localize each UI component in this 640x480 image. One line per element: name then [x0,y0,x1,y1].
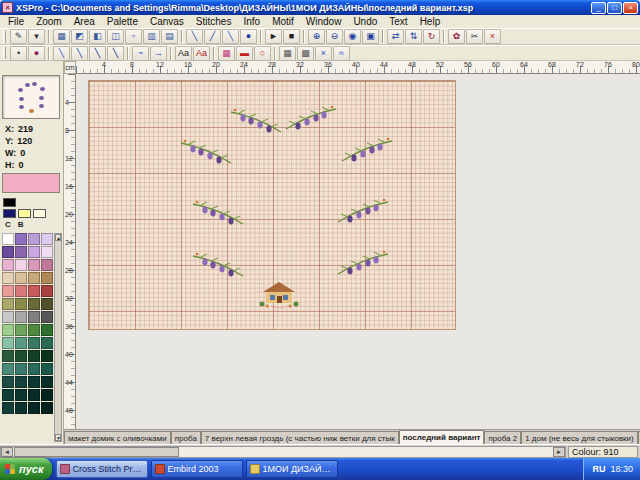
palette-swatch[interactable] [41,233,53,245]
palette-swatch[interactable] [15,363,27,375]
medium-line-icon[interactable]: ╲ [71,46,88,61]
palette-editor-icon[interactable]: ▦ [218,46,235,61]
palette-swatch[interactable] [2,259,14,271]
olive-branch-motif[interactable] [191,251,246,281]
menu-item-undo[interactable]: Undo [347,16,383,27]
palette-swatch[interactable] [2,376,14,388]
start-button[interactable]: пуск [0,458,52,480]
olive-branch-motif[interactable] [229,107,284,137]
palette-swatch[interactable] [28,259,40,271]
palette-swatch[interactable] [15,350,27,362]
palette-swatch[interactable] [28,389,40,401]
menu-item-palette[interactable]: Palette [101,16,144,27]
toolbar-grip[interactable] [3,47,6,59]
palette-swatch[interactable] [15,324,27,336]
longstitch-icon[interactable]: ╲ [222,29,239,44]
palette-swatch[interactable] [15,402,27,414]
palette-swatch[interactable] [28,337,40,349]
pattern-tab[interactable]: 7 верхн левая гроздь (с частью ниж ветки… [201,431,399,444]
pencil-tool-icon[interactable]: ✎ [10,29,27,44]
palette-swatch[interactable] [15,376,27,388]
half-stitch-icon[interactable]: ◩ [71,29,88,44]
thread-color-icon[interactable]: ▬ [236,46,253,61]
pattern-tab[interactable]: 1 дом (не весь для стыковки) [521,431,638,444]
freehand-backstitch-icon[interactable]: ╱ [204,29,221,44]
close-button[interactable]: × [623,2,638,14]
horizontal-scrollbar[interactable]: ◄ ► [0,446,566,458]
palette-swatch[interactable] [41,285,53,297]
palette-swatch[interactable] [2,402,14,414]
zoom-page-icon[interactable]: ▣ [362,29,379,44]
small-grid-icon[interactable]: ▦ [279,46,296,61]
olive-branch-motif[interactable] [283,104,338,134]
fill-tool-icon[interactable]: ■ [283,29,300,44]
pattern-tab[interactable]: проба [171,431,201,444]
mirror-horizontal-icon[interactable]: ⇄ [387,29,404,44]
minimize-button[interactable]: _ [591,2,606,14]
quick-swatch[interactable] [18,209,31,218]
palette-swatch[interactable] [2,350,14,362]
palette-swatch[interactable] [28,272,40,284]
select-arrow-icon[interactable]: ► [265,29,282,44]
palette-swatch[interactable] [15,272,27,284]
quick-swatch[interactable] [33,209,46,218]
palette-scroll-down-icon[interactable]: ▼ [55,434,61,441]
pattern-tab[interactable]: макет домик с оливочками [64,431,171,444]
zoom-in-icon[interactable]: ⊕ [308,29,325,44]
stitch-canvas[interactable] [88,80,456,330]
menu-item-area[interactable]: Area [68,16,101,27]
language-indicator[interactable]: RU [592,464,605,474]
olive-branch-motif[interactable] [339,136,394,166]
curve-line-icon[interactable]: ~ [132,46,149,61]
olive-branch-motif[interactable] [335,197,390,227]
palette-scrollbar[interactable]: ▲ ▼ [54,233,62,442]
palette-swatch[interactable] [28,311,40,323]
palette-swatch[interactable] [28,298,40,310]
rotate-icon[interactable]: ↻ [423,29,440,44]
menu-item-stitches[interactable]: Stitches [190,16,238,27]
petite-stitch-icon[interactable]: ▫ [125,29,142,44]
olive-branch-motif[interactable] [191,199,246,229]
palette-swatch[interactable] [2,246,14,258]
palette-swatch[interactable] [28,350,40,362]
wave-tool-icon[interactable]: ≈ [333,46,350,61]
menu-item-zoom[interactable]: Zoom [30,16,68,27]
knot-small-icon[interactable]: • [10,46,27,61]
bead-tool-icon[interactable]: ● [28,46,45,61]
palette-swatch[interactable] [15,389,27,401]
palette-swatch[interactable] [15,246,27,258]
palette-swatch[interactable] [28,285,40,297]
palette-swatch[interactable] [28,246,40,258]
double-line-icon[interactable]: ╲ [107,46,124,61]
palette-swatch[interactable] [2,285,14,297]
house-motif[interactable] [257,279,301,311]
palette-swatch[interactable] [28,376,40,388]
palette-swatch[interactable] [41,363,53,375]
scroll-left-icon[interactable]: ◄ [1,447,13,457]
quick-swatch[interactable] [3,209,16,218]
full-stitch-icon[interactable]: ▦ [53,29,70,44]
menu-item-text[interactable]: Text [383,16,413,27]
palette-swatch[interactable] [2,389,14,401]
palette-swatch[interactable] [41,350,53,362]
selected-color-swatch[interactable] [2,173,60,193]
palette-swatch[interactable] [2,311,14,323]
palette-swatch[interactable] [15,233,27,245]
palette-swatch[interactable] [28,233,40,245]
palette-swatch[interactable] [2,233,14,245]
scrollbar-thumb[interactable] [14,447,179,457]
menu-item-canvas[interactable]: Canvas [144,16,190,27]
olive-branch-motif[interactable] [335,249,390,279]
menu-item-info[interactable]: Info [237,16,266,27]
palette-swatch[interactable] [28,363,40,375]
pattern-tab[interactable]: последний вариант [399,430,485,444]
taskbar-task[interactable]: Cross Stitch Pro... [56,460,148,478]
palette-swatch[interactable] [41,337,53,349]
vertical-half-stitch-icon[interactable]: ▥ [143,29,160,44]
mirror-vertical-icon[interactable]: ⇅ [405,29,422,44]
menu-item-motif[interactable]: Motif [266,16,300,27]
thin-line-icon[interactable]: ╲ [53,46,70,61]
scissors-icon[interactable]: ✂ [466,29,483,44]
taskbar-task[interactable]: Embird 2003 [151,460,243,478]
taskbar-task[interactable]: 1МОИ ДИЗАЙНЫ [246,460,338,478]
